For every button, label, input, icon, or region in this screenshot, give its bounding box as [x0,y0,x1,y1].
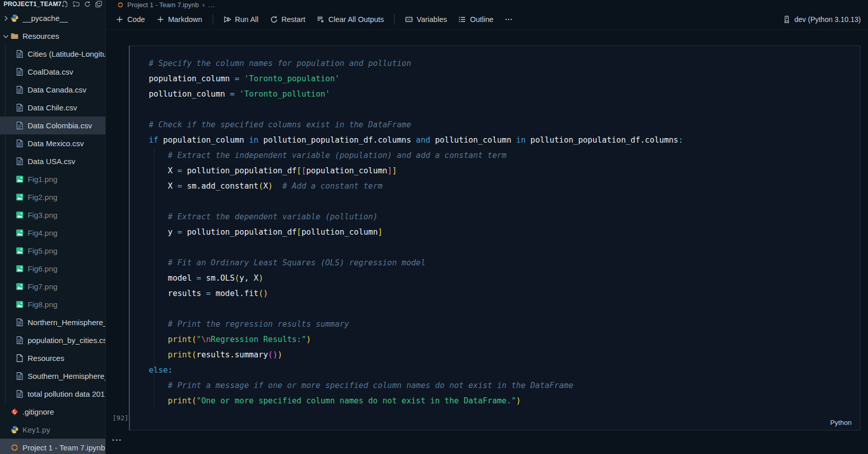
tree-item-label: Data Chile.csv [28,103,77,112]
breadcrumb-file[interactable]: Project 1 - Team 7.ipynb [127,1,199,9]
toolbar-separator [394,14,395,25]
tree-item-fig8-png[interactable]: Fig8.png [0,296,105,313]
tree-item-fig4-png[interactable]: Fig4.png [0,224,105,242]
cell-more-actions[interactable]: ··· [112,435,122,445]
image-icon [15,175,24,184]
tree-item-gitignore[interactable]: .gitignore [0,403,105,421]
tree-item-population-by-cities-csv[interactable]: population_by_cities.csv [0,331,105,349]
notebook-canvas: # Specify the column names for populatio… [106,30,868,454]
code-button[interactable]: Code [110,13,151,26]
folder-icon [10,32,19,40]
tree-item-label: Fig8.png [28,300,57,309]
vscode-window: PROJECT1_TEAM7 __pycache__ResourcesCitie… [0,0,868,454]
toolbar-button-label: Outline [470,15,493,24]
kernel-icon [783,15,791,24]
tree-item-data-chile-csv[interactable]: Data Chile.csv [0,99,105,117]
tree-item-project-1-team-7-ipynb[interactable]: Project 1 - Team 7.ipynb [0,439,105,454]
jupyter-icon [10,443,19,452]
code-line: # Extract the independent variable (popu… [149,148,683,163]
run-all-icon [223,15,232,24]
chev-down-icon [2,32,10,40]
tree-item-key1-py[interactable]: Key1.py [0,421,105,439]
tree-item-data-usa-csv[interactable]: Data USA.csv [0,152,105,170]
run-all-button[interactable]: Run All [218,13,264,26]
new-folder-icon[interactable] [73,1,80,8]
outline-button[interactable]: Outline [452,13,499,26]
tree-item-cities-latitude-longitu[interactable]: Cities (Latitude-Longitu... [0,45,105,63]
image-icon [15,300,24,309]
kernel-picker[interactable]: dev (Python 3.10.13) [783,9,861,30]
cell-code[interactable]: # Specify the column names for populatio… [149,56,683,408]
toolbar-separator [213,14,213,25]
image-icon [15,211,24,219]
collapse-all-icon[interactable] [95,1,102,8]
code-line: print("One or more specified column name… [149,393,683,408]
csv-icon [15,336,24,345]
code-line: # Specify the column names for populatio… [149,56,683,71]
notebook-cell[interactable]: # Specify the column names for populatio… [129,46,860,430]
file-tree: __pycache__ResourcesCities (Latitude-Lon… [0,9,105,454]
plus-icon [116,15,124,24]
tree-item-northern-hemisphere-d[interactable]: Northern_Hemisphere_d... [0,313,105,331]
outline-icon [458,15,466,24]
code-line: X = pollution_population_df[[population_… [149,163,683,178]
jupyter-icon [117,2,124,8]
tree-item-label: Fig2.png [28,193,57,201]
code-line: print(results.summary()) [149,347,683,362]
clear-all-outputs-button[interactable]: Clear All Outputs [311,13,390,26]
tree-item-fig1-png[interactable]: Fig1.png [0,170,105,188]
tree-item-label: Resources [22,32,59,40]
tree-item-data-canada-csv[interactable]: Data Canada.csv [0,81,105,99]
code-line: # Extract the dependent variable (pollut… [149,209,683,224]
tree-item-label: Project 1 - Team 7.ipynb [22,443,105,452]
variables-button[interactable]: (x)Variables [399,13,452,26]
chev-right-icon [2,14,10,22]
tree-item-data-mexico-csv[interactable]: Data Mexico.csv [0,134,105,152]
tree-item-fig7-png[interactable]: Fig7.png [0,278,105,296]
tree-item-coaldata-csv[interactable]: CoalData.csv [0,63,105,81]
toolbar-button-label: Run All [235,15,259,24]
tree-item-resources[interactable]: Resources [0,349,105,367]
toolbar-button-label: Clear All Outputs [328,15,384,24]
code-line [149,102,683,117]
tree-item-label: Fig3.png [28,211,57,219]
tree-item-label: Key1.py [22,425,50,434]
new-file-icon[interactable] [61,1,68,8]
breadcrumb[interactable]: Project 1 - Team 7.ipynb › ... [106,0,868,9]
code-line: if population_column in pollution_popula… [149,132,683,148]
tree-item-label: __pycache__ [22,14,68,22]
csv-icon [15,390,24,398]
code-line: # Print a message if one or more specifi… [149,378,683,393]
editor-area: Project 1 - Team 7.ipynb › ... CodeMarkd… [106,0,868,454]
breadcrumb-chevron: › [202,1,204,9]
tree-item-label: Data Mexico.csv [28,139,84,148]
code-line: # Check if the specified columns exist i… [149,117,683,132]
more-actions-button[interactable] [499,13,518,26]
image-icon [15,229,24,237]
restart-button[interactable]: Restart [264,13,311,26]
tree-item-fig5-png[interactable]: Fig5.png [0,242,105,260]
refresh-icon[interactable] [84,1,91,8]
cell-language-picker[interactable]: Python [830,419,852,426]
tree-item-pycache[interactable]: __pycache__ [0,9,105,27]
tree-item-southern-hemisphere-d[interactable]: Southern_Hemisphere_d... [0,367,105,385]
indent-guide [5,45,6,403]
markdown-button[interactable]: Markdown [151,13,208,26]
tree-item-fig2-png[interactable]: Fig2.png [0,188,105,206]
tree-item-data-colombia-csv[interactable]: Data Colombia.csv [0,117,105,134]
tree-item-fig3-png[interactable]: Fig3.png [0,206,105,224]
plus-icon [156,15,165,24]
code-line: X = sm.add_constant(X) # Add a constant … [149,178,683,194]
tree-item-resources[interactable]: Resources [0,27,105,45]
tree-item-fig6-png[interactable]: Fig6.png [0,260,105,278]
python-icon [10,14,19,22]
toolbar-button-label: Markdown [168,15,202,24]
kernel-label: dev (Python 3.10.13) [794,15,861,24]
image-icon [15,264,24,273]
breadcrumb-more[interactable]: ... [208,1,215,9]
tree-item-label: .gitignore [22,407,54,416]
csv-icon [15,50,24,58]
csv-icon [15,103,24,112]
tree-item-total-pollution-data-201[interactable]: total pollution data 201... [0,385,105,403]
code-line [149,240,683,255]
